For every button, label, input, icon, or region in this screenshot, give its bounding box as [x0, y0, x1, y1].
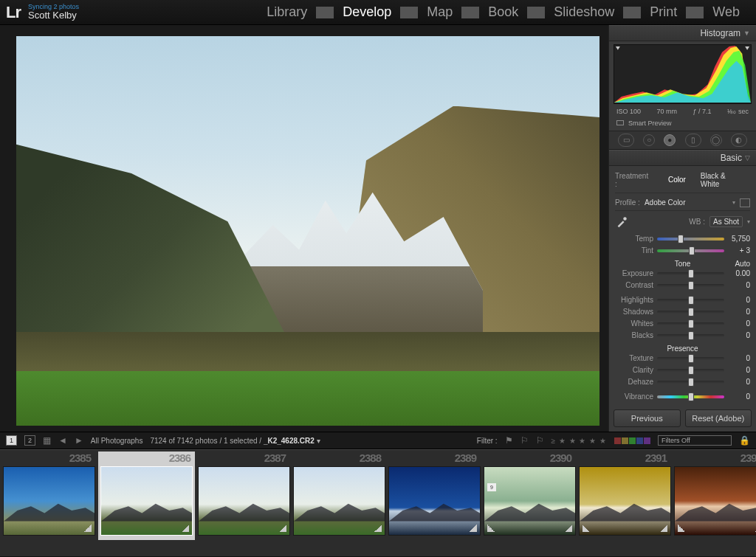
- thumbnail-2387[interactable]: 2387: [198, 452, 290, 536]
- source-label[interactable]: All Photographs: [91, 437, 143, 445]
- count-label: 7124 of 7142 photos / 1 selected / _K2_4…: [150, 437, 320, 445]
- thumbnail-2388[interactable]: 2388: [293, 452, 385, 536]
- module-book[interactable]: Book: [479, 4, 527, 20]
- slider-exposure[interactable]: Exposure 0.00: [615, 268, 750, 280]
- treatment-bw[interactable]: Black & White: [696, 170, 750, 190]
- spot-tool[interactable]: ○: [643, 134, 655, 146]
- module-web[interactable]: Web: [704, 4, 749, 20]
- slider-track-contrast[interactable]: [657, 284, 724, 287]
- thumbnail-2391[interactable]: 2391: [579, 452, 671, 536]
- slider-texture[interactable]: Texture 0: [615, 353, 750, 364]
- module-library[interactable]: Library: [258, 4, 316, 20]
- thumb-index: 2389: [455, 452, 476, 464]
- profile-browser-icon[interactable]: [740, 198, 750, 207]
- wb-eyedropper-icon[interactable]: [615, 215, 628, 229]
- loupe-view[interactable]: [0, 25, 608, 432]
- back-icon[interactable]: ◄: [58, 435, 67, 446]
- slider-vibrance[interactable]: Vibrance 0: [615, 391, 750, 403]
- profile-label: Profile :: [615, 198, 640, 207]
- histogram-header[interactable]: Histogram▼: [609, 25, 756, 41]
- auto-button[interactable]: Auto: [735, 260, 750, 268]
- fwd-icon[interactable]: ►: [75, 435, 83, 446]
- thumbnail-2390[interactable]: 2390 9: [484, 452, 576, 536]
- filter-label: Filter :: [477, 437, 498, 445]
- crop-tool: ▭: [618, 134, 634, 147]
- module-develop[interactable]: Develop: [334, 4, 400, 20]
- thumbnail-2392[interactable]: 2392: [674, 452, 756, 536]
- collapse-icon: ▽: [745, 154, 750, 162]
- metadata-badge-icon: [565, 525, 572, 532]
- module-map[interactable]: Map: [418, 4, 461, 20]
- thumb-index: 2385: [69, 452, 91, 464]
- slider-track-texture[interactable]: [657, 357, 724, 360]
- slider-track-blacks[interactable]: [657, 334, 724, 337]
- color-label-filter[interactable]: [614, 437, 650, 444]
- slider-track-vibrance[interactable]: [657, 395, 724, 398]
- brush-tool[interactable]: ◐: [731, 134, 747, 147]
- metadata-badge-icon: [660, 525, 667, 532]
- profile-select[interactable]: Adobe Color: [645, 198, 728, 207]
- module-slideshow[interactable]: Slideshow: [545, 4, 623, 20]
- wb-select[interactable]: As Shot: [709, 216, 743, 227]
- thumbnail-2385[interactable]: 2385: [3, 452, 95, 536]
- main-window-button[interactable]: 1: [6, 435, 17, 446]
- module-print[interactable]: Print: [641, 4, 686, 20]
- slider-track-clarity[interactable]: [657, 369, 724, 372]
- slider-dehaze[interactable]: Dehaze 0: [615, 376, 750, 388]
- slider-contrast[interactable]: Contrast 0: [615, 280, 750, 291]
- slider-track-whites[interactable]: [657, 322, 724, 325]
- previous-button[interactable]: Previous: [614, 409, 681, 427]
- slider-clarity[interactable]: Clarity 0: [615, 364, 750, 376]
- slider-highlights[interactable]: Highlights 0: [615, 294, 750, 306]
- module-picker: LibraryDevelopMapBookSlideshowPrintWeb: [258, 4, 749, 20]
- smart-preview-icon: [616, 120, 624, 125]
- slider-temp[interactable]: Temp 5,750: [615, 233, 750, 245]
- thumbnail-2386[interactable]: 2386: [98, 452, 195, 540]
- develop-panel: Histogram▼ ISO 100 70 mm ƒ / 7.1 ¹⁄₈₀ se…: [608, 25, 756, 432]
- redeye-tool[interactable]: ●: [664, 134, 676, 146]
- slider-tint[interactable]: Tint + 3: [615, 245, 750, 257]
- grid-icon[interactable]: ▦: [43, 435, 51, 446]
- slider-track-shadows[interactable]: [657, 311, 724, 314]
- flag-unflagged-icon[interactable]: ⚐: [520, 435, 529, 446]
- slider-blacks[interactable]: Blacks 0: [615, 330, 750, 342]
- basic-header[interactable]: Basic▽: [609, 150, 756, 166]
- slider-track-highlights[interactable]: [657, 299, 724, 302]
- thumb-index: 2386: [169, 452, 190, 464]
- metadata-badge-icon: [182, 525, 189, 532]
- slider-track-tint[interactable]: [657, 249, 724, 252]
- histogram-graph[interactable]: [614, 44, 752, 104]
- profile-row: Profile : Adobe Color ▾: [615, 196, 750, 211]
- flag-rejected-icon[interactable]: ⚐: [536, 435, 544, 446]
- flag-picked-icon[interactable]: ⚑: [505, 435, 513, 446]
- slider-track-temp[interactable]: [657, 238, 724, 241]
- thumbnail-2389[interactable]: 2389: [388, 452, 481, 536]
- second-window-button[interactable]: 2: [24, 435, 35, 446]
- radial-tool[interactable]: ◯: [710, 134, 722, 146]
- exif-strip: ISO 100 70 mm ƒ / 7.1 ¹⁄₈₀ sec: [609, 107, 756, 117]
- presence-section-label: Presence: [615, 345, 750, 353]
- filmstrip[interactable]: 2385 2386 2387 2388 2389 2390 9: [0, 449, 756, 556]
- metadata-badge-icon: [279, 525, 286, 532]
- thumb-index: 2387: [264, 452, 286, 464]
- filmstrip-toolbar: 1 2 ▦ ◄ ► All Photographs 7124 of 7142 p…: [0, 432, 756, 449]
- filter-lock-icon[interactable]: 🔒: [739, 435, 750, 446]
- slider-track-exposure[interactable]: [657, 272, 724, 275]
- treatment-label: Treatment :: [615, 172, 652, 188]
- metadata-badge-icon: [84, 525, 92, 532]
- photo-canvas[interactable]: [16, 36, 599, 426]
- thumb-index: 2388: [360, 452, 381, 464]
- rating-filter[interactable]: ≥ ★ ★ ★ ★ ★: [551, 437, 607, 445]
- slider-shadows[interactable]: Shadows 0: [615, 306, 750, 318]
- reset-button[interactable]: Reset (Adobe): [685, 409, 752, 427]
- slider-track-dehaze[interactable]: [657, 381, 724, 384]
- svg-point-2: [623, 217, 627, 221]
- smart-preview-indicator[interactable]: Smart Preview: [609, 117, 756, 131]
- grad-tool[interactable]: ▯: [685, 134, 701, 147]
- treatment-color[interactable]: Color: [664, 174, 690, 185]
- thumb-index: 2391: [645, 452, 667, 464]
- identity-block: Syncing 2 photos Scott Kelby: [28, 4, 79, 21]
- filter-preset-select[interactable]: Filters Off: [658, 435, 732, 446]
- slider-whites[interactable]: Whites 0: [615, 318, 750, 330]
- topbar: Lr Syncing 2 photos Scott Kelby LibraryD…: [0, 0, 756, 25]
